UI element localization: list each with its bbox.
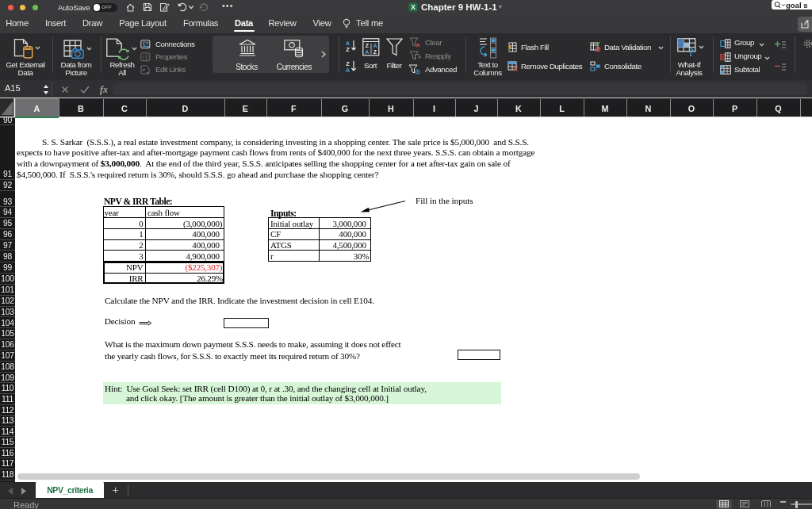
- svg-text:A: A: [365, 49, 369, 55]
- svg-text:Z: Z: [346, 46, 350, 53]
- svg-text:Z: Z: [366, 43, 370, 48]
- svg-text:A: A: [346, 67, 350, 74]
- svg-text:?: ?: [688, 46, 695, 59]
- svg-text:Z: Z: [373, 49, 377, 55]
- svg-text:X: X: [411, 3, 416, 11]
- svg-text:A: A: [373, 43, 377, 48]
